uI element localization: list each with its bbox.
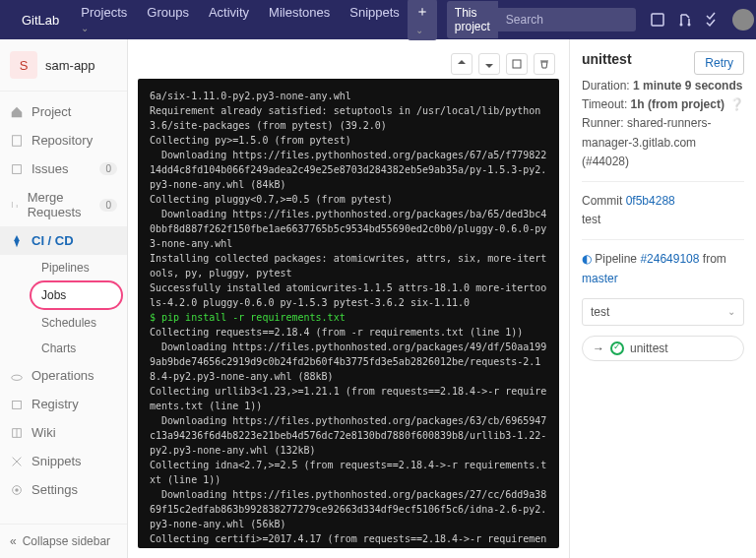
user-avatar[interactable] — [732, 9, 754, 31]
svg-rect-0 — [652, 14, 663, 26]
sidebar-item-project[interactable]: Project — [0, 97, 127, 126]
sidebar-item-registry[interactable]: Registry — [0, 390, 127, 418]
sidebar-subitem-pipelines[interactable]: Pipelines — [32, 255, 127, 280]
scroll-bottom-button[interactable] — [478, 53, 500, 75]
doc-icon — [512, 59, 522, 69]
nav-milestones[interactable]: Milestones — [261, 0, 338, 40]
package-icon — [10, 398, 24, 411]
sidebar-cicd-submenu: Pipelines Jobs Schedules Charts — [0, 255, 127, 361]
sidebar-item-operations[interactable]: Operations — [0, 361, 127, 390]
branch-link[interactable]: master — [582, 272, 618, 285]
top-nav-links: Projects ⌄ Groups Activity Milestones Sn… — [73, 0, 408, 40]
sidebar-item-repository[interactable]: Repository — [0, 126, 127, 155]
nav-snippets[interactable]: Snippets — [342, 0, 408, 40]
pipeline-status-icon: ◐ — [582, 252, 592, 266]
todos-icon[interactable] — [705, 12, 721, 28]
job-meta: Duration: 1 minute 9 seconds Timeout: 1h… — [582, 77, 744, 171]
brand-name: GitLab — [22, 13, 59, 28]
project-avatar: S — [10, 51, 37, 79]
sidebar-item-cicd[interactable]: CI / CD — [0, 226, 127, 255]
svg-point-2 — [687, 24, 690, 27]
sidebar-subitem-charts[interactable]: Charts — [32, 336, 127, 361]
trash-icon — [539, 59, 549, 69]
home-icon — [10, 105, 24, 119]
project-name: sam-app — [45, 58, 95, 73]
new-dropdown-button[interactable]: ＋ ⌄ — [408, 0, 437, 40]
stage-dropdown[interactable]: test ⌄ — [582, 298, 744, 326]
collapse-sidebar-button[interactable]: « Collapse sidebar — [0, 524, 127, 558]
nav-projects[interactable]: Projects ⌄ — [73, 0, 135, 40]
log-toolbar — [138, 49, 559, 79]
issues-icon[interactable] — [650, 12, 665, 28]
job-log-terminal[interactable]: 6a/six-1.11.0-py2.py3-none-any.whlRequir… — [138, 79, 559, 548]
svg-point-8 — [15, 488, 19, 492]
chevron-left-icon: « — [10, 534, 17, 548]
sidebar-item-snippets[interactable]: Snippets — [0, 447, 127, 475]
commit-sha-link[interactable]: 0f5b4288 — [626, 194, 675, 208]
project-sidebar: S sam-app Project Repository Issues0 Mer… — [0, 39, 128, 558]
erase-log-button[interactable] — [534, 53, 555, 75]
right-arrow-icon: → — [593, 341, 604, 355]
sidebar-project-header[interactable]: S sam-app — [0, 39, 127, 92]
top-navbar: GitLab Projects ⌄ Groups Activity Milest… — [0, 0, 756, 39]
svg-rect-6 — [13, 401, 22, 408]
merge-requests-icon[interactable] — [677, 12, 693, 28]
sidebar-item-wiki[interactable]: Wiki — [0, 418, 127, 447]
chevron-down-icon: ⌄ — [727, 306, 735, 317]
pipeline-id-link[interactable]: #24649108 — [640, 252, 699, 266]
scroll-top-button[interactable] — [451, 53, 472, 75]
sidebar-subitem-jobs[interactable]: Jobs — [32, 282, 121, 308]
svg-rect-4 — [13, 164, 22, 173]
doc-icon — [10, 134, 24, 148]
retry-button[interactable]: Retry — [694, 51, 744, 75]
svg-point-1 — [679, 24, 682, 27]
nav-groups[interactable]: Groups — [139, 0, 197, 40]
job-list-item[interactable]: → unittest — [582, 336, 744, 361]
cloud-icon — [10, 369, 24, 383]
show-raw-button[interactable] — [506, 53, 528, 75]
merge-icon — [10, 198, 20, 212]
search-wrap: This project — [447, 1, 636, 38]
issues-icon — [10, 162, 24, 176]
sidebar-item-settings[interactable]: Settings — [0, 475, 127, 504]
book-icon — [10, 426, 24, 440]
svg-rect-3 — [13, 135, 22, 146]
gear-icon — [10, 483, 24, 497]
svg-point-5 — [12, 375, 23, 380]
search-input[interactable] — [498, 8, 636, 31]
job-sidebar: Retry unittest Duration: 1 minute 9 seco… — [569, 39, 756, 558]
arrow-up-icon — [457, 59, 467, 69]
rocket-icon — [10, 234, 24, 248]
help-icon[interactable]: ❔ — [729, 95, 744, 114]
scissors-icon — [10, 455, 24, 468]
svg-rect-9 — [513, 60, 521, 68]
status-passed-icon — [610, 341, 624, 355]
sidebar-item-issues[interactable]: Issues0 — [0, 155, 127, 183]
sidebar-subitem-schedules[interactable]: Schedules — [32, 310, 127, 336]
search-scope[interactable]: This project — [447, 1, 498, 38]
commit-message: test — [582, 213, 600, 226]
sidebar-item-merge-requests[interactable]: Merge Requests0 — [0, 183, 127, 226]
nav-activity[interactable]: Activity — [201, 0, 257, 40]
arrow-down-icon — [484, 59, 494, 69]
